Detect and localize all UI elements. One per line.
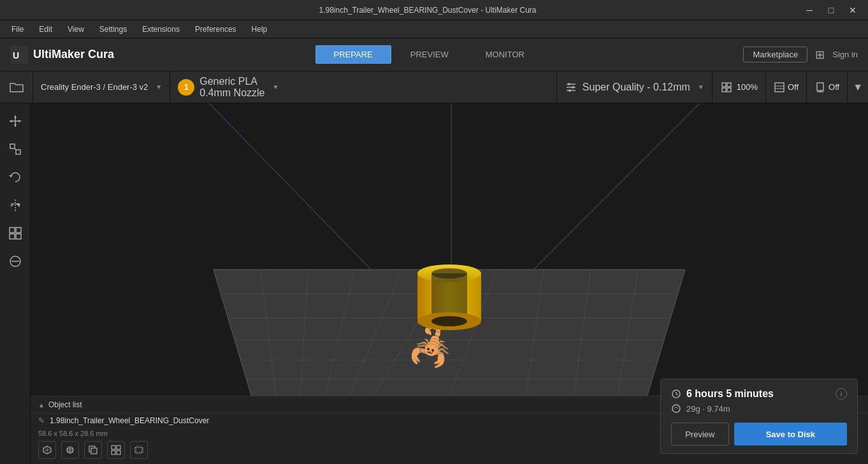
menu-extensions[interactable]: Extensions [136, 24, 186, 35]
support-icon [814, 82, 826, 93]
layer-view-toggle[interactable]: Off [766, 71, 807, 103]
3d-object [408, 254, 491, 340]
svg-rect-24 [10, 144, 15, 149]
svg-marker-22 [10, 120, 12, 122]
cylinder-svg [408, 254, 491, 337]
tab-prepare[interactable]: PREPARE [315, 45, 391, 64]
printer-bar: Creality Ender-3 / Ender-3 v2 ▼ 1 Generi… [0, 71, 868, 103]
svg-rect-32 [16, 228, 21, 233]
object-name: 1.98inch_Trailer_Wheel_BEARING_DustCover [50, 416, 209, 425]
svg-rect-76 [91, 448, 97, 454]
svg-rect-8 [722, 83, 726, 87]
folder-icon [10, 82, 24, 93]
move-icon [8, 114, 22, 128]
svg-line-26 [15, 149, 16, 150]
tab-monitor[interactable]: MONITOR [468, 46, 542, 63]
svg-marker-29 [11, 203, 15, 207]
svg-rect-11 [727, 88, 731, 92]
tool-support-blocker[interactable] [4, 250, 27, 273]
support-toggle[interactable]: Off [807, 71, 848, 103]
svg-point-5 [568, 83, 570, 85]
tool-rotate[interactable] [4, 166, 27, 189]
viewport[interactable]: 🦂 [31, 103, 868, 464]
save-to-disk-button[interactable]: Save to Disk [734, 423, 847, 446]
rotate-icon [8, 170, 22, 184]
svg-point-86 [672, 405, 680, 412]
window-title: 1.98inch_Trailer_Wheel_BEARING_DustCover… [56, 6, 799, 15]
menu-file[interactable]: File [5, 24, 30, 35]
svg-line-85 [676, 394, 678, 395]
layer-off-label: Off [788, 82, 799, 92]
svg-marker-20 [14, 115, 17, 118]
info-icon[interactable]: i [835, 388, 847, 400]
view-mode-icon [720, 81, 733, 94]
svg-point-67 [431, 316, 467, 326]
object-wireframe-icon[interactable] [61, 441, 79, 459]
svg-rect-34 [16, 234, 21, 239]
tool-mirror[interactable] [4, 194, 27, 217]
svg-rect-80 [117, 451, 120, 454]
open-folder-button[interactable] [0, 71, 33, 103]
menu-preferences[interactable]: Preferences [189, 24, 243, 35]
svg-marker-21 [14, 124, 17, 127]
material-name: Generic PLA [199, 76, 264, 87]
menu-help[interactable]: Help [245, 24, 274, 35]
expand-settings-button[interactable]: ▼ [848, 71, 868, 103]
marketplace-button[interactable]: Marketplace [743, 47, 807, 62]
object-group-icon[interactable] [107, 441, 125, 459]
ultimaker-logo-icon: U [10, 46, 28, 64]
collapse-icon: ▲ [38, 402, 45, 409]
print-info-panel: 6 hours 5 minutes i 29g · 9.74m Preview … [660, 379, 858, 454]
menu-settings[interactable]: Settings [93, 24, 133, 35]
svg-marker-27 [9, 175, 13, 177]
svg-point-7 [568, 89, 571, 92]
object-ungroup-icon[interactable] [130, 441, 148, 459]
menu-view[interactable]: View [61, 24, 90, 35]
top-toolbar: U UltiMaker Cura PREPARE PREVIEW MONITOR… [0, 38, 868, 71]
object-cube-icon[interactable] [38, 441, 56, 459]
window-controls: ─ □ ✕ [799, 4, 863, 17]
close-button[interactable]: ✕ [843, 4, 863, 17]
svg-rect-77 [112, 446, 115, 449]
print-time: 6 hours 5 minutes [686, 388, 774, 400]
svg-text:U: U [13, 50, 19, 61]
svg-rect-33 [10, 234, 15, 239]
tool-arrange[interactable] [4, 222, 27, 245]
tool-move[interactable] [4, 110, 27, 133]
support-blocker-icon [8, 254, 22, 268]
svg-rect-31 [10, 228, 15, 233]
material-selector[interactable]: 1 Generic PLA 0.4mm Nozzle ▼ [170, 71, 557, 103]
menu-edit[interactable]: Edit [33, 24, 59, 35]
printer-name: Creality Ender-3 / Ender-3 v2 [41, 82, 148, 92]
main-area: 🦂 [0, 103, 868, 464]
svg-point-6 [572, 86, 574, 89]
support-off-label: Off [828, 82, 839, 92]
logo: U UltiMaker Cura [10, 46, 114, 64]
weight-icon [671, 403, 681, 414]
svg-rect-78 [117, 446, 120, 449]
signin-button[interactable]: Sign in [832, 50, 858, 59]
view-mode-selector[interactable]: 100% [712, 71, 766, 103]
object-duplicate-icon[interactable] [84, 441, 102, 459]
arrange-icon [8, 226, 22, 240]
print-details-row: 29g · 9.74m [671, 403, 847, 414]
material-badge: 1 [178, 79, 194, 96]
minimize-button[interactable]: ─ [799, 4, 820, 17]
titlebar: 1.98inch_Trailer_Wheel_BEARING_DustCover… [0, 0, 868, 20]
printer-selector[interactable]: Creality Ender-3 / Ender-3 v2 ▼ [33, 71, 170, 103]
tool-scale[interactable] [4, 138, 27, 161]
scale-icon [8, 142, 22, 156]
svg-rect-10 [722, 88, 726, 92]
layer-view-icon [774, 82, 785, 93]
svg-rect-12 [775, 83, 784, 92]
svg-rect-9 [727, 83, 731, 87]
material-chevron-icon: ▼ [273, 83, 279, 91]
preview-button[interactable]: Preview [671, 423, 729, 446]
quality-selector[interactable]: Super Quality - 0.12mm ▼ [557, 71, 712, 103]
tab-preview[interactable]: PREVIEW [393, 46, 467, 63]
print-time-row: 6 hours 5 minutes i [671, 388, 847, 400]
left-sidebar [0, 103, 31, 464]
maximize-button[interactable]: □ [821, 4, 841, 17]
apps-grid-icon[interactable]: ⊞ [815, 48, 825, 62]
svg-rect-15 [817, 83, 823, 91]
